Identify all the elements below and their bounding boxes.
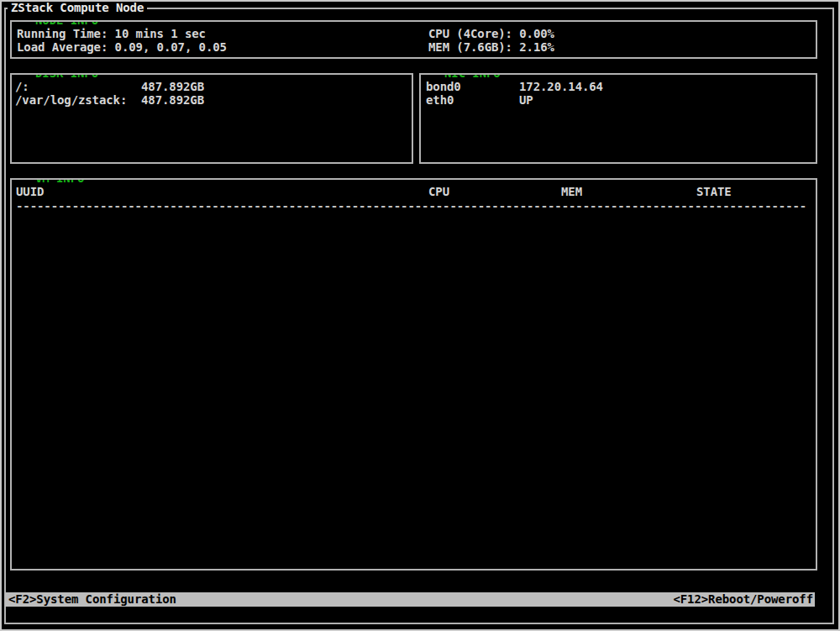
vm-column-state: STATE (696, 186, 732, 198)
nic-name-label: eth0 (426, 94, 454, 107)
disk-info-title: DISK INFO (30, 73, 103, 80)
disk-size-value: 487.892GB (141, 81, 204, 93)
nic-ip-value: 172.20.14.64 (519, 81, 603, 93)
mem-usage-text: MEM (7.6GB): 2.16% (428, 41, 554, 54)
console-screen: ZStack Compute Node NODE INFO Running Ti… (0, 0, 840, 631)
vm-table-separator: ----------------------------------------… (16, 200, 806, 213)
nic-info-panel: NIC INFO bond0 172.20.14.64 eth0 UP (419, 73, 817, 164)
vm-column-uuid: UUID (16, 186, 44, 198)
window-title: ZStack Compute Node (8, 2, 147, 14)
nic-info-title: NIC INFO (439, 73, 506, 80)
nic-name-label: bond0 (426, 81, 461, 93)
vm-column-mem: MEM (561, 186, 582, 198)
f2-system-configuration-hotkey[interactable]: <F2>System Configuration (8, 593, 176, 606)
running-time-text: Running Time: 10 mins 1 sec (17, 28, 206, 40)
node-info-title: NODE INFO (30, 20, 103, 27)
load-average-text: Load Average: 0.09, 0.07, 0.05 (17, 41, 227, 54)
nic-state-value: UP (519, 94, 533, 107)
disk-mount-label: /: (15, 81, 29, 93)
f12-reboot-poweroff-hotkey[interactable]: <F12>Reboot/Poweroff (673, 593, 813, 606)
disk-mount-label: /var/log/zstack: (15, 94, 127, 107)
disk-size-value: 487.892GB (141, 94, 204, 107)
cpu-usage-text: CPU (4Core): 0.00% (428, 28, 554, 40)
vm-column-cpu: CPU (428, 186, 449, 198)
status-bar: <F2>System Configuration <F12>Reboot/Pow… (5, 592, 815, 607)
disk-info-panel: DISK INFO /: 487.892GB /var/log/zstack: … (10, 73, 413, 164)
vm-info-panel: VM INFO UUID CPU MEM STATE -------------… (10, 178, 817, 571)
node-info-panel: NODE INFO Running Time: 10 mins 1 sec CP… (10, 20, 817, 59)
vm-info-title: VM INFO (30, 178, 89, 185)
